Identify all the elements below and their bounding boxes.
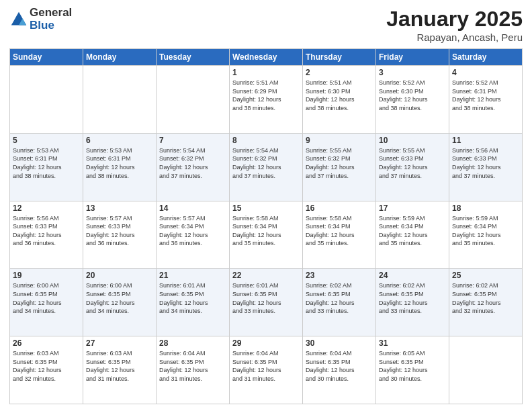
- calendar-cell: 10Sunrise: 5:55 AM Sunset: 6:33 PM Dayli…: [376, 133, 449, 201]
- day-info: Sunrise: 5:59 AM Sunset: 6:34 PM Dayligh…: [379, 214, 446, 248]
- day-info: Sunrise: 5:58 AM Sunset: 6:34 PM Dayligh…: [306, 214, 373, 248]
- day-info: Sunrise: 6:01 AM Sunset: 6:35 PM Dayligh…: [159, 281, 226, 315]
- day-number: 24: [379, 271, 446, 280]
- day-info: Sunrise: 6:03 AM Sunset: 6:35 PM Dayligh…: [86, 349, 153, 383]
- calendar-header-friday: Friday: [376, 49, 449, 66]
- calendar-cell: 3Sunrise: 5:52 AM Sunset: 6:30 PM Daylig…: [376, 66, 449, 134]
- day-number: 23: [306, 271, 373, 280]
- calendar-cell: 12Sunrise: 5:56 AM Sunset: 6:33 PM Dayli…: [10, 201, 83, 269]
- day-info: Sunrise: 6:04 AM Sunset: 6:35 PM Dayligh…: [306, 349, 373, 383]
- calendar-cell: 26Sunrise: 6:03 AM Sunset: 6:35 PM Dayli…: [10, 336, 83, 404]
- calendar-cell: 31Sunrise: 6:05 AM Sunset: 6:35 PM Dayli…: [376, 336, 449, 404]
- calendar-cell: 2Sunrise: 5:51 AM Sunset: 6:30 PM Daylig…: [303, 66, 376, 134]
- day-number: 17: [379, 203, 446, 213]
- day-info: Sunrise: 5:53 AM Sunset: 6:31 PM Dayligh…: [86, 146, 153, 180]
- calendar-week-3: 19Sunrise: 6:00 AM Sunset: 6:35 PM Dayli…: [10, 269, 523, 336]
- day-info: Sunrise: 6:00 AM Sunset: 6:35 PM Dayligh…: [13, 281, 80, 315]
- day-number: 28: [159, 338, 226, 348]
- day-number: 3: [379, 68, 446, 77]
- day-number: 22: [232, 271, 300, 280]
- day-info: Sunrise: 5:51 AM Sunset: 6:30 PM Dayligh…: [306, 79, 373, 112]
- day-info: Sunrise: 5:52 AM Sunset: 6:31 PM Dayligh…: [452, 79, 519, 112]
- title-location: Rapayan, Ancash, Peru: [386, 32, 523, 43]
- day-info: Sunrise: 6:04 AM Sunset: 6:35 PM Dayligh…: [232, 349, 300, 383]
- day-number: 25: [452, 271, 519, 280]
- day-info: Sunrise: 6:03 AM Sunset: 6:35 PM Dayligh…: [13, 349, 80, 383]
- calendar-cell: 13Sunrise: 5:57 AM Sunset: 6:33 PM Dayli…: [83, 201, 157, 269]
- logo-icon: [9, 10, 28, 29]
- day-info: Sunrise: 5:54 AM Sunset: 6:32 PM Dayligh…: [232, 146, 300, 180]
- day-number: 31: [379, 338, 446, 348]
- calendar-cell: 15Sunrise: 5:58 AM Sunset: 6:34 PM Dayli…: [230, 201, 303, 269]
- day-number: 21: [159, 271, 226, 280]
- day-number: 1: [232, 68, 300, 77]
- day-number: 5: [13, 136, 80, 145]
- calendar-cell: 20Sunrise: 6:00 AM Sunset: 6:35 PM Dayli…: [83, 269, 157, 336]
- day-info: Sunrise: 5:55 AM Sunset: 6:32 PM Dayligh…: [306, 146, 373, 180]
- calendar-cell: [10, 66, 83, 134]
- day-info: Sunrise: 5:57 AM Sunset: 6:34 PM Dayligh…: [159, 214, 226, 248]
- calendar-table: SundayMondayTuesdayWednesdayThursdayFrid…: [9, 48, 523, 404]
- day-number: 27: [86, 338, 153, 348]
- day-number: 11: [452, 136, 519, 145]
- calendar-cell: 22Sunrise: 6:01 AM Sunset: 6:35 PM Dayli…: [230, 269, 303, 336]
- day-info: Sunrise: 5:51 AM Sunset: 6:29 PM Dayligh…: [232, 79, 300, 112]
- calendar-cell: 21Sunrise: 6:01 AM Sunset: 6:35 PM Dayli…: [157, 269, 230, 336]
- calendar-cell: 28Sunrise: 6:04 AM Sunset: 6:35 PM Dayli…: [157, 336, 230, 404]
- calendar-header-thursday: Thursday: [303, 49, 376, 66]
- day-info: Sunrise: 5:58 AM Sunset: 6:34 PM Dayligh…: [232, 214, 300, 248]
- day-number: 6: [86, 136, 153, 145]
- calendar-cell: 6Sunrise: 5:53 AM Sunset: 6:31 PM Daylig…: [83, 133, 157, 201]
- day-info: Sunrise: 5:53 AM Sunset: 6:31 PM Dayligh…: [13, 146, 80, 180]
- day-info: Sunrise: 5:54 AM Sunset: 6:32 PM Dayligh…: [159, 146, 226, 180]
- calendar-cell: 23Sunrise: 6:02 AM Sunset: 6:35 PM Dayli…: [303, 269, 376, 336]
- calendar-cell: 16Sunrise: 5:58 AM Sunset: 6:34 PM Dayli…: [303, 201, 376, 269]
- title-block: January 2025 Rapayan, Ancash, Peru: [386, 7, 523, 43]
- calendar-cell: 8Sunrise: 5:54 AM Sunset: 6:32 PM Daylig…: [230, 133, 303, 201]
- calendar-cell: 4Sunrise: 5:52 AM Sunset: 6:31 PM Daylig…: [449, 66, 523, 134]
- logo: General Blue: [9, 7, 72, 32]
- day-info: Sunrise: 6:04 AM Sunset: 6:35 PM Dayligh…: [159, 349, 226, 383]
- day-number: 9: [306, 136, 373, 145]
- day-info: Sunrise: 5:55 AM Sunset: 6:33 PM Dayligh…: [379, 146, 446, 180]
- calendar-header-saturday: Saturday: [449, 49, 523, 66]
- calendar-header-monday: Monday: [83, 49, 157, 66]
- calendar-header-row: SundayMondayTuesdayWednesdayThursdayFrid…: [10, 49, 523, 66]
- day-info: Sunrise: 6:01 AM Sunset: 6:35 PM Dayligh…: [232, 281, 300, 315]
- calendar-cell: 9Sunrise: 5:55 AM Sunset: 6:32 PM Daylig…: [303, 133, 376, 201]
- calendar-cell: 27Sunrise: 6:03 AM Sunset: 6:35 PM Dayli…: [83, 336, 157, 404]
- day-number: 14: [159, 203, 226, 213]
- day-info: Sunrise: 5:59 AM Sunset: 6:34 PM Dayligh…: [452, 214, 519, 248]
- page: General Blue January 2025 Rapayan, Ancas…: [0, 0, 532, 411]
- calendar-cell: 19Sunrise: 6:00 AM Sunset: 6:35 PM Dayli…: [10, 269, 83, 336]
- calendar-cell: 17Sunrise: 5:59 AM Sunset: 6:34 PM Dayli…: [376, 201, 449, 269]
- day-number: 26: [13, 338, 80, 348]
- day-info: Sunrise: 6:02 AM Sunset: 6:35 PM Dayligh…: [452, 281, 519, 315]
- calendar-cell: 29Sunrise: 6:04 AM Sunset: 6:35 PM Dayli…: [230, 336, 303, 404]
- calendar-cell: 5Sunrise: 5:53 AM Sunset: 6:31 PM Daylig…: [10, 133, 83, 201]
- day-number: 19: [13, 271, 80, 280]
- day-info: Sunrise: 5:57 AM Sunset: 6:33 PM Dayligh…: [86, 214, 153, 248]
- calendar-cell: [449, 336, 523, 404]
- day-number: 10: [379, 136, 446, 145]
- calendar-cell: [157, 66, 230, 134]
- calendar-cell: 14Sunrise: 5:57 AM Sunset: 6:34 PM Dayli…: [157, 201, 230, 269]
- day-number: 29: [232, 338, 300, 348]
- calendar-header-wednesday: Wednesday: [230, 49, 303, 66]
- day-info: Sunrise: 5:52 AM Sunset: 6:30 PM Dayligh…: [379, 79, 446, 112]
- day-number: 30: [306, 338, 373, 348]
- header: General Blue January 2025 Rapayan, Ancas…: [9, 7, 523, 43]
- day-info: Sunrise: 6:00 AM Sunset: 6:35 PM Dayligh…: [86, 281, 153, 315]
- calendar-cell: 24Sunrise: 6:02 AM Sunset: 6:35 PM Dayli…: [376, 269, 449, 336]
- day-info: Sunrise: 5:56 AM Sunset: 6:33 PM Dayligh…: [452, 146, 519, 180]
- day-number: 15: [232, 203, 300, 213]
- title-month: January 2025: [386, 7, 523, 32]
- day-info: Sunrise: 6:05 AM Sunset: 6:35 PM Dayligh…: [379, 349, 446, 383]
- day-number: 8: [232, 136, 300, 145]
- calendar-cell: 18Sunrise: 5:59 AM Sunset: 6:34 PM Dayli…: [449, 201, 523, 269]
- logo-blue-text: Blue: [30, 19, 72, 32]
- calendar-week-4: 26Sunrise: 6:03 AM Sunset: 6:35 PM Dayli…: [10, 336, 523, 404]
- calendar-cell: [83, 66, 157, 134]
- day-info: Sunrise: 6:02 AM Sunset: 6:35 PM Dayligh…: [306, 281, 373, 315]
- day-number: 13: [86, 203, 153, 213]
